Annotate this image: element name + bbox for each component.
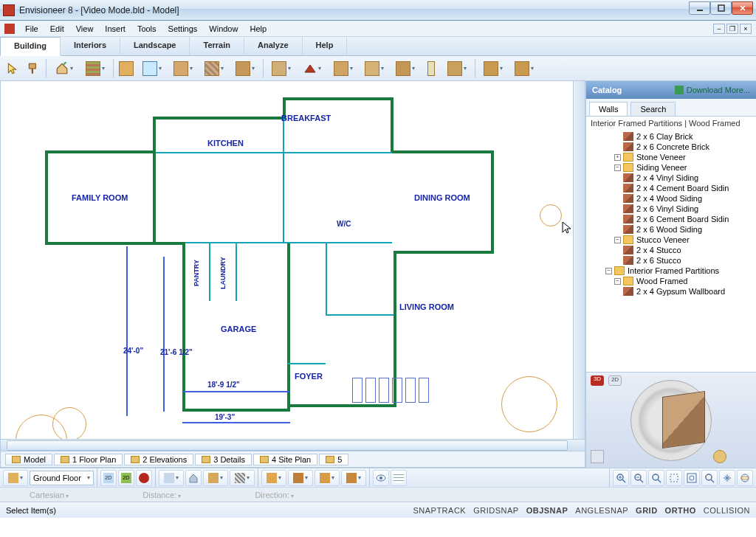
menu-insert[interactable]: Insert (99, 23, 131, 35)
toggle-collision[interactable]: COLLISION (704, 506, 750, 515)
stairs-button[interactable] (199, 58, 229, 79)
tab-analyze[interactable]: Analyze (244, 37, 303, 55)
railing-button[interactable] (230, 58, 260, 79)
roof-button[interactable] (298, 58, 327, 79)
tree-node[interactable]: −Stucco Veneer (586, 235, 756, 245)
menu-file[interactable]: File (19, 23, 44, 35)
tree-node[interactable]: 2 x 6 Concrete Brick (586, 142, 756, 152)
column-button[interactable] (422, 58, 441, 79)
zoom-realtime-button[interactable] (648, 470, 664, 486)
maximize-button[interactable] (710, 1, 732, 15)
select-tool[interactable] (3, 58, 22, 79)
house-wizard-button[interactable] (49, 58, 79, 79)
nav-hand-icon[interactable] (713, 450, 726, 463)
tab-landscape[interactable]: Landscape (120, 37, 190, 55)
floor-selector[interactable]: Ground Floor (30, 471, 94, 485)
layer-options-4[interactable] (341, 470, 366, 486)
toggle-objsnap[interactable]: OBJSNAP (526, 506, 568, 515)
view-2d-render-button[interactable]: 2D (118, 470, 134, 486)
tab-terrain[interactable]: Terrain (190, 37, 244, 55)
tree-expander-icon[interactable]: + (614, 154, 621, 161)
horizontal-scrollbar[interactable] (1, 439, 585, 451)
menu-settings[interactable]: Settings (162, 23, 204, 35)
tab-interiors[interactable]: Interiors (61, 37, 120, 55)
location-dropdown[interactable] (3, 470, 28, 486)
toggle-grid[interactable]: GRID (636, 506, 658, 515)
tree-node[interactable]: 2 x 4 Gypsum Wallboard (586, 286, 756, 297)
zoom-previous-button[interactable] (701, 470, 718, 486)
door-button[interactable] (117, 58, 136, 79)
tree-expander-icon[interactable]: − (614, 237, 621, 243)
member-button[interactable] (478, 58, 508, 79)
vertical-scrollbar[interactable] (573, 81, 585, 439)
close-button[interactable] (732, 1, 753, 15)
tree-expander-icon[interactable]: − (614, 278, 621, 285)
catalog-tree[interactable]: 2 x 6 Clay Brick2 x 6 Concrete Brick+Sto… (586, 130, 756, 372)
zoom-fit-button[interactable] (684, 470, 700, 486)
toggle-anglesnap[interactable]: ANGLESNAP (575, 506, 628, 515)
menu-edit[interactable]: Edit (44, 23, 70, 35)
eye-toggle-button[interactable] (373, 470, 389, 486)
wall-button[interactable] (80, 58, 110, 79)
floor-button[interactable] (360, 58, 389, 79)
toggle-ortho[interactable]: ORTHO (665, 506, 696, 515)
display-mode-dropdown[interactable] (159, 470, 184, 486)
minimize-button[interactable] (689, 1, 710, 15)
menu-tools[interactable]: Tools (131, 23, 162, 35)
tree-node[interactable]: 2 x 6 Wood Siding (586, 224, 756, 235)
pan-button[interactable] (719, 470, 735, 486)
toggle-gridsnap[interactable]: GRIDSNAP (473, 506, 518, 515)
beam-button[interactable] (442, 58, 472, 79)
coord-mode[interactable]: Cartesian (30, 491, 69, 499)
tree-node[interactable]: −Interior Framed Partitions (586, 266, 756, 276)
doc-system-icon[interactable] (4, 24, 15, 34)
zoom-in-button[interactable] (613, 470, 629, 486)
tree-node[interactable]: 2 x 6 Stucco (586, 255, 756, 266)
nav-3d-widget[interactable]: 3D 2D (586, 372, 756, 468)
zoom-out-button[interactable] (630, 470, 647, 486)
foundation-button[interactable] (391, 58, 420, 79)
view-3d-button[interactable] (136, 470, 152, 486)
paint-tool[interactable] (24, 58, 43, 79)
tree-expander-icon[interactable]: − (614, 164, 621, 171)
view-tab-model[interactable]: Model (5, 454, 52, 465)
mdi-close-button[interactable]: × (740, 24, 752, 34)
tab-help[interactable]: Help (303, 37, 348, 55)
menu-view[interactable]: View (70, 23, 100, 35)
zoom-window-button[interactable] (666, 470, 682, 486)
tree-node[interactable]: 2 x 6 Vinyl Siding (586, 204, 756, 214)
orbit-button[interactable] (737, 470, 753, 486)
view-tab-site-plan[interactable]: 4 Site Plan (253, 454, 317, 465)
ceiling-button[interactable] (267, 58, 296, 79)
window-button[interactable] (137, 58, 167, 79)
tab-building[interactable]: Building (0, 37, 61, 56)
tree-node[interactable]: 2 x 6 Clay Brick (586, 131, 756, 142)
tree-node[interactable]: +Stone Veneer (586, 152, 756, 162)
walk-button[interactable] (203, 470, 228, 486)
download-more-link[interactable]: Download More... (675, 86, 750, 94)
framing-button[interactable] (509, 58, 539, 79)
tree-node[interactable]: −Wood Framed (586, 276, 756, 286)
catalog-tab-walls[interactable]: Walls (589, 102, 628, 116)
nav-home-icon[interactable] (591, 450, 604, 463)
grid-button[interactable] (391, 470, 407, 486)
tree-node[interactable]: 2 x 6 Cement Board Sidin (586, 214, 756, 224)
layer-options-3[interactable] (315, 470, 340, 486)
menu-help[interactable]: Help (244, 23, 272, 35)
menu-window[interactable]: Window (203, 23, 244, 35)
view-tab-floor-plan[interactable]: 1 Floor Plan (54, 454, 123, 465)
layer-options-2[interactable] (288, 470, 313, 486)
tree-node[interactable]: 2 x 4 Vinyl Siding (586, 173, 756, 183)
home-view-button[interactable] (185, 470, 202, 486)
tree-expander-icon[interactable]: − (605, 268, 612, 274)
toggle-snaptrack[interactable]: SNAPTRACK (413, 506, 466, 515)
nav-2d-badge-icon[interactable]: 2D (608, 375, 622, 386)
opening-button[interactable] (168, 58, 198, 79)
catalog-tab-search[interactable]: Search (630, 102, 676, 116)
drawing-canvas[interactable]: BREAKFAST KITCHEN FAMILY ROOM DINING ROO… (1, 81, 573, 439)
nav-3d-badge-icon[interactable]: 3D (591, 375, 604, 386)
tree-node[interactable]: 2 x 4 Wood Siding (586, 193, 756, 204)
view-tab-details[interactable]: 3 Details (195, 454, 252, 465)
layer-options-1[interactable] (261, 470, 286, 486)
tree-node[interactable]: −Siding Veneer (586, 162, 756, 173)
